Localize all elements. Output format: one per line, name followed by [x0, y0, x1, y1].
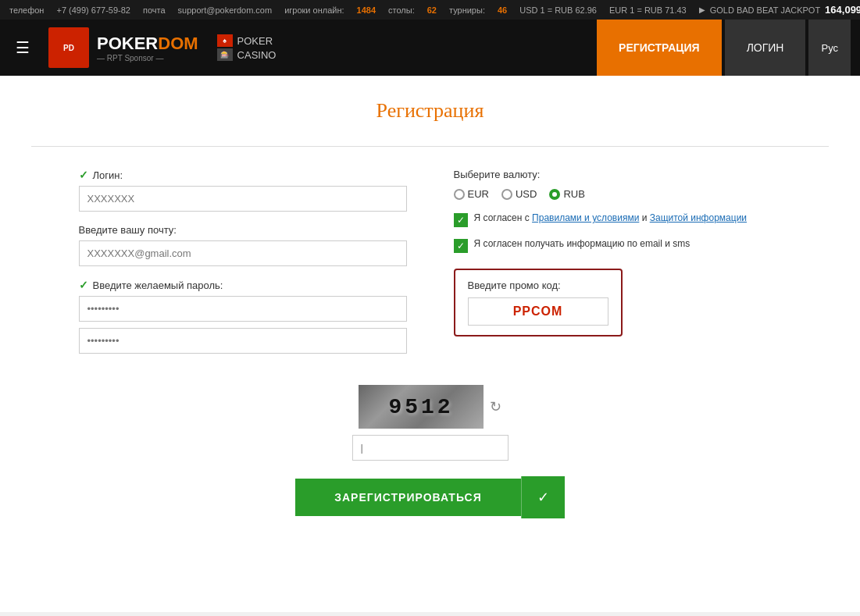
- captcha-refresh-icon[interactable]: ↻: [490, 398, 501, 415]
- logo-text-dom: DOM: [158, 34, 198, 54]
- email-value: support@pokerdom.com: [178, 5, 273, 15]
- usd-rub: USD 1 = RUB 62.96: [519, 5, 597, 15]
- currency-eur-option[interactable]: EUR: [454, 188, 489, 200]
- tables-count: 62: [427, 5, 437, 15]
- currency-rub-label: RUB: [563, 188, 584, 200]
- sms-checkbox-row: Я согласен получать информацию по email …: [454, 238, 751, 253]
- login-field-group: ✓ Логин:: [79, 169, 407, 212]
- tournaments-count: 46: [498, 5, 507, 15]
- currency-label: Выберите валюту:: [454, 169, 751, 180]
- phone-label: телефон: [9, 5, 44, 15]
- rpt-sponsor: — RPT Sponsor —: [97, 54, 198, 62]
- password-label: ✓ Введите желаемый пароль:: [79, 279, 407, 291]
- header: ☰ PD POKERDOM — RPT Sponsor — ♠ POKER 🎰 …: [0, 20, 860, 76]
- logo: PD POKERDOM — RPT Sponsor —: [48, 27, 198, 68]
- promo-input[interactable]: [468, 297, 608, 326]
- currency-options: EUR USD RUB: [454, 188, 751, 200]
- email-label: почта: [143, 5, 166, 15]
- radio-rub-icon: [549, 189, 560, 200]
- form-left: ✓ Логин: Введите вашу почту: ✓ Введите ж…: [79, 169, 407, 366]
- tournaments-label: турниры:: [449, 5, 485, 15]
- captcha-inner: 9512: [359, 385, 484, 429]
- sms-checkbox[interactable]: [454, 239, 468, 253]
- casino-icon: 🎰: [217, 48, 233, 61]
- submit-check-button[interactable]: ✓: [521, 476, 565, 518]
- separator: [31, 146, 829, 147]
- checkmark-icon: ✓: [537, 490, 549, 505]
- menu-toggle-button[interactable]: ☰: [9, 32, 36, 63]
- radio-usd-icon: [501, 189, 512, 200]
- captcha-image: 9512: [359, 385, 484, 429]
- eur-rub: EUR 1 = RUB 71.43: [609, 5, 687, 15]
- promo-label: Введите промо код:: [468, 280, 608, 291]
- currency-usd-option[interactable]: USD: [501, 188, 537, 200]
- currency-eur-label: EUR: [468, 188, 489, 200]
- captcha-section: 9512 ↻: [31, 385, 829, 461]
- captcha-input[interactable]: [352, 435, 509, 461]
- registration-form: ✓ Логин: Введите вашу почту: ✓ Введите ж…: [79, 169, 782, 366]
- tables-label: столы:: [388, 5, 415, 15]
- email-field-group: Введите вашу почту:: [79, 224, 407, 266]
- header-actions: РЕГИСТРАЦИЯ ЛОГИН Рус: [597, 20, 851, 76]
- nav-casino[interactable]: 🎰 CASINO: [217, 48, 277, 61]
- info-bar: телефон +7 (499) 677-59-82 почта support…: [0, 0, 860, 20]
- jackpot-arrow-icon: ▶: [699, 5, 705, 14]
- email-label: Введите вашу почту:: [79, 224, 407, 236]
- currency-usd-label: USD: [516, 188, 537, 200]
- jackpot-section: ▶ GOLD BAD BEAT JACKPOT 164,099 RUB ◀: [699, 4, 860, 16]
- terms-checkbox[interactable]: [454, 213, 468, 227]
- currency-rub-option[interactable]: RUB: [549, 188, 584, 200]
- login-label: ✓ Логин:: [79, 169, 407, 181]
- poker-icon: ♠: [217, 34, 233, 47]
- captcha-text: 9512: [388, 395, 453, 419]
- radio-eur-icon: [454, 189, 465, 200]
- terms-text: Я согласен с Правилами и условиями и Защ…: [474, 212, 748, 223]
- jackpot-amount: 164,099 RUB: [825, 4, 860, 16]
- language-button[interactable]: Рус: [808, 20, 851, 76]
- sms-text: Я согласен получать информацию по email …: [474, 238, 690, 249]
- login-input[interactable]: [79, 186, 407, 212]
- logo-text-poker: POKER: [97, 34, 158, 54]
- terms-checkbox-row: Я согласен с Правилами и условиями и Защ…: [454, 212, 751, 227]
- login-check-icon: ✓: [79, 169, 88, 181]
- password-confirm-input[interactable]: [79, 328, 407, 354]
- players-label: игроки онлайн:: [284, 5, 344, 15]
- terms-link[interactable]: Правилами и условиями: [532, 212, 639, 223]
- main-content: Регистрация ✓ Логин: Введите вашу почту:…: [0, 76, 860, 612]
- nav-poker-label: POKER: [237, 35, 273, 47]
- privacy-link[interactable]: Защитой информации: [650, 212, 747, 223]
- submit-section: ЗАРЕГИСТРИРОВАТЬСЯ ✓: [31, 476, 829, 518]
- email-input[interactable]: [79, 240, 407, 266]
- submit-button[interactable]: ЗАРЕГИСТРИРОВАТЬСЯ: [295, 479, 521, 516]
- jackpot-label: GOLD BAD BEAT JACKPOT: [710, 5, 820, 15]
- password-check-icon: ✓: [79, 279, 88, 291]
- password-input[interactable]: [79, 296, 407, 322]
- nav-poker[interactable]: ♠ POKER: [217, 34, 277, 47]
- phone-value: +7 (499) 677-59-82: [56, 5, 130, 15]
- form-right: Выберите валюту: EUR USD RUB Я со: [454, 169, 751, 366]
- login-button[interactable]: ЛОГИН: [725, 20, 806, 76]
- nav-casino-label: CASINO: [237, 49, 277, 61]
- players-count: 1484: [357, 5, 376, 15]
- register-button[interactable]: РЕГИСТРАЦИЯ: [597, 20, 722, 76]
- logo-image: PD: [48, 27, 89, 68]
- promo-section: Введите промо код:: [454, 269, 623, 336]
- password-field-group: ✓ Введите желаемый пароль:: [79, 279, 407, 354]
- nav-links: ♠ POKER 🎰 CASINO: [217, 34, 277, 61]
- page-title: Регистрация: [31, 99, 829, 123]
